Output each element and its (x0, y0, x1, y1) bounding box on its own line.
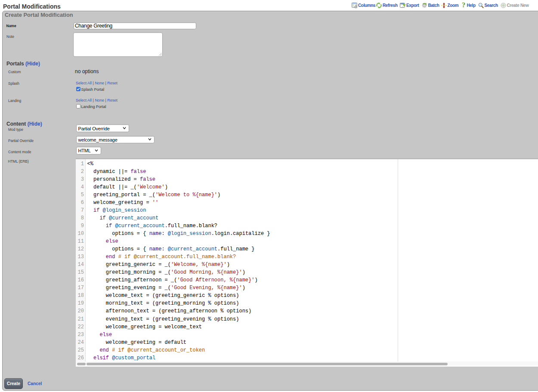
svg-text:?: ? (462, 2, 465, 8)
